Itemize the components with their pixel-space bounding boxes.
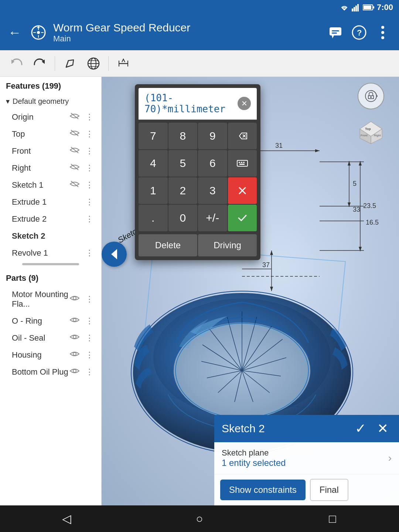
- more-button[interactable]: [372, 22, 393, 43]
- sidebar-item-oilseal: Oil - Seal ⋮: [0, 330, 101, 347]
- calc-7[interactable]: 7: [139, 123, 168, 149]
- svg-rect-102: [237, 160, 248, 166]
- sketch-plane-row[interactable]: Sketch plane 1 entity selected ›: [214, 442, 399, 474]
- extrude1-label: Extrude 1: [12, 197, 83, 207]
- calc-driving-button[interactable]: Driving: [198, 234, 257, 256]
- oilseal-eye-icon[interactable]: [69, 333, 81, 343]
- sketch1-eye-icon[interactable]: [69, 180, 81, 190]
- origin-icons: ⋮: [69, 112, 95, 122]
- origin-more-icon[interactable]: ⋮: [83, 112, 95, 122]
- pen-button[interactable]: [59, 53, 80, 74]
- svg-point-21: [381, 36, 384, 39]
- sketch-plane-chevron-icon[interactable]: ›: [388, 452, 392, 464]
- sketch2-panel-actions: Show constraints Final: [214, 474, 399, 505]
- calc-3[interactable]: 3: [198, 177, 227, 204]
- extrude2-label: Extrude 2: [12, 214, 83, 224]
- cube-navigator[interactable]: Top Front Right: [349, 83, 393, 134]
- app-title: Worm Gear Speed Reducer: [53, 21, 319, 34]
- right-more-icon[interactable]: ⋮: [83, 163, 95, 173]
- calc-9[interactable]: 9: [198, 123, 227, 149]
- housing-eye-icon[interactable]: [69, 350, 81, 360]
- right-label: Right: [12, 163, 69, 173]
- features-header: Features (199): [0, 77, 101, 94]
- final-button[interactable]: Final: [310, 479, 348, 501]
- sidebar-item-oring: O - Ring ⋮: [0, 313, 101, 330]
- oilseal-more-icon[interactable]: ⋮: [83, 333, 95, 343]
- chat-button[interactable]: [325, 22, 346, 43]
- calc-confirm[interactable]: [228, 205, 257, 231]
- lock-rotation-button[interactable]: [358, 83, 384, 109]
- sketch1-more-icon[interactable]: ⋮: [83, 180, 95, 190]
- calc-backspace[interactable]: [228, 123, 257, 149]
- svg-rect-6: [373, 6, 374, 8]
- svg-marker-99: [239, 133, 247, 139]
- motor-more-icon[interactable]: ⋮: [83, 294, 95, 304]
- motor-label: Motor Mounting Fla...: [12, 290, 69, 309]
- svg-rect-16: [332, 33, 337, 34]
- history-icon[interactable]: [30, 24, 47, 41]
- extrude2-more-icon[interactable]: ⋮: [83, 214, 95, 224]
- measure-button[interactable]: [113, 53, 134, 74]
- svg-point-40: [73, 335, 76, 338]
- calc-2[interactable]: 2: [168, 177, 198, 204]
- extrude1-more-icon[interactable]: ⋮: [83, 197, 95, 207]
- bottomoilplug-more-icon[interactable]: ⋮: [83, 367, 95, 377]
- svg-point-20: [381, 31, 384, 34]
- nav-bar: ◁ ○ □: [0, 505, 399, 532]
- nav-home-button[interactable]: ○: [185, 505, 214, 532]
- oring-icons: ⋮: [69, 316, 95, 326]
- svg-marker-92: [376, 95, 378, 98]
- calc-5[interactable]: 5: [168, 150, 198, 177]
- globe-button[interactable]: [83, 53, 104, 74]
- calc-6[interactable]: 6: [198, 150, 227, 177]
- calc-1[interactable]: 1: [139, 177, 168, 204]
- back-arrow-button[interactable]: [102, 242, 127, 267]
- toolbar-divider-2: [108, 56, 109, 71]
- origin-eye-icon[interactable]: [69, 112, 81, 122]
- top-more-icon[interactable]: ⋮: [83, 129, 95, 139]
- show-constraints-button[interactable]: Show constraints: [220, 480, 306, 500]
- redo-button[interactable]: [30, 53, 50, 74]
- oring-more-icon[interactable]: ⋮: [83, 316, 95, 326]
- calc-8[interactable]: 8: [168, 123, 198, 149]
- sidebar-item-bottomoilplug: Bottom Oil Plug ⋮: [0, 364, 101, 381]
- calc-cancel[interactable]: [228, 177, 257, 204]
- sketch2-confirm-button[interactable]: ✓: [352, 421, 369, 436]
- housing-more-icon[interactable]: ⋮: [83, 350, 95, 360]
- viewport[interactable]: 5 33 23.5 16.5 31 37 Sketch 2: [102, 77, 399, 505]
- motor-eye-icon[interactable]: [69, 294, 81, 304]
- nav-recents-button[interactable]: □: [318, 505, 347, 532]
- back-button[interactable]: ←: [6, 25, 24, 40]
- chevron-down-icon: ▾: [6, 97, 10, 106]
- top-eye-icon[interactable]: [69, 129, 81, 139]
- calc-keyboard-toggle[interactable]: [228, 150, 257, 177]
- calc-delete-button[interactable]: Delete: [139, 234, 197, 256]
- nav-back-button[interactable]: ◁: [52, 505, 81, 532]
- svg-marker-14: [332, 35, 334, 38]
- bottomoilplug-eye-icon[interactable]: [69, 367, 81, 377]
- revolve1-more-icon[interactable]: ⋮: [83, 248, 95, 258]
- front-eye-icon[interactable]: [69, 146, 81, 156]
- help-button[interactable]: ?: [349, 22, 369, 43]
- calc-dot[interactable]: .: [139, 205, 168, 231]
- sidebar: Features (199) ▾ Default geometry Origin…: [0, 77, 102, 505]
- default-geometry-group[interactable]: ▾ Default geometry: [0, 94, 101, 109]
- svg-text:Top: Top: [365, 127, 371, 131]
- sidebar-item-motor: Motor Mounting Fla... ⋮: [0, 286, 101, 313]
- calc-4[interactable]: 4: [139, 150, 168, 177]
- origin-label: Origin: [12, 112, 69, 122]
- sketch2-close-button[interactable]: ✕: [374, 421, 392, 436]
- calc-plusminus[interactable]: +/-: [198, 205, 227, 231]
- oring-eye-icon[interactable]: [69, 316, 81, 326]
- oilseal-icons: ⋮: [69, 333, 95, 343]
- right-eye-icon[interactable]: [69, 163, 81, 173]
- svg-rect-0: [352, 8, 353, 11]
- sidebar-item-origin: Origin ⋮: [0, 109, 101, 126]
- calc-clear-button[interactable]: ✕: [238, 97, 251, 110]
- undo-button[interactable]: [6, 53, 27, 74]
- front-more-icon[interactable]: ⋮: [83, 146, 95, 156]
- svg-point-41: [73, 352, 76, 355]
- calc-0[interactable]: 0: [168, 205, 198, 231]
- extrude2-icons: ⋮: [83, 214, 95, 224]
- orientation-cube[interactable]: Top Front Right: [352, 112, 389, 146]
